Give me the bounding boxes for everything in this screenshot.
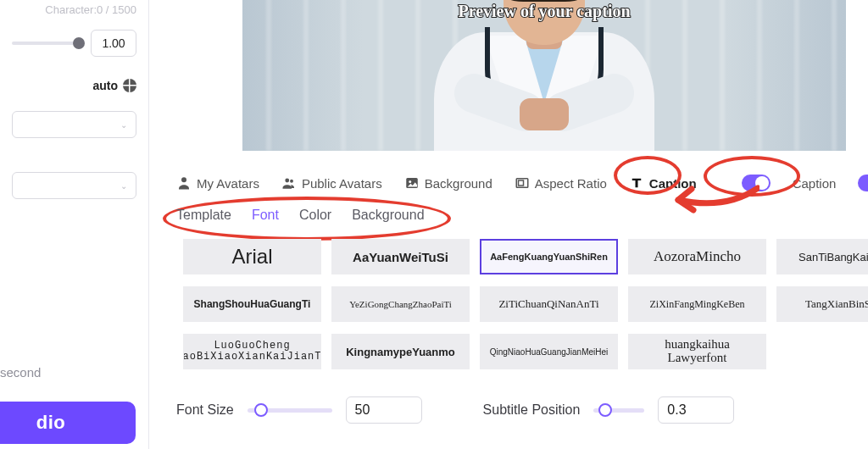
- main-area: Preview of your caption My Avatars Publi…: [149, 0, 868, 449]
- caption-subtabs: Template Font Color Background: [176, 208, 425, 223]
- caption-preview-text: Preview of your caption: [242, 2, 846, 21]
- left-settings-panel: Character:0 / 1500 1.00 auto ⌄ ⌄ second …: [0, 0, 149, 449]
- primary-action-button[interactable]: dio: [0, 402, 136, 444]
- aspect-ratio-icon: [515, 175, 530, 191]
- auto-label: auto: [92, 79, 118, 92]
- subtitle-position-slider[interactable]: [593, 408, 644, 413]
- caption-toggle[interactable]: [742, 175, 771, 191]
- tab-background[interactable]: Background: [352, 208, 424, 223]
- globe-icon[interactable]: [123, 79, 136, 92]
- tab-font[interactable]: Font: [252, 208, 279, 223]
- dropdown-2[interactable]: ⌄: [12, 172, 136, 199]
- font-card[interactable]: KingnamypeYuanmo: [331, 334, 470, 369]
- avatar-preview-figure: [417, 0, 671, 151]
- font-card[interactable]: Arial: [183, 239, 321, 274]
- dropdown-1[interactable]: ⌄: [12, 111, 136, 138]
- toolbar-label: Aspect Ratio: [535, 176, 607, 191]
- font-card[interactable]: QingNiaoHuaGuangJianMeiHei: [480, 334, 618, 369]
- toolbar-aspect-ratio[interactable]: Aspect Ratio: [515, 175, 607, 191]
- subtitle-position-input[interactable]: 0.3: [658, 396, 734, 424]
- toolbar-label: Caption: [649, 176, 697, 191]
- svg-point-2: [290, 180, 293, 183]
- font-grid: Arial AaYuanWeiTuSi AaFengKuangYuanShiRe…: [183, 239, 868, 369]
- font-card[interactable]: TangXianBinS: [776, 286, 868, 322]
- font-size-input[interactable]: 50: [346, 396, 422, 424]
- font-card-line1: huangkaihua: [665, 338, 730, 352]
- auto-row: auto: [12, 79, 136, 92]
- toolbar-label: Background: [425, 176, 492, 191]
- font-card[interactable]: YeZiGongChangZhaoPaiTi: [331, 286, 470, 322]
- subtitle-position-label: Subtitle Position: [483, 402, 581, 418]
- font-card-selected[interactable]: AaFengKuangYuanShiRen: [480, 239, 618, 274]
- value-slider-row: 1.00: [12, 30, 136, 57]
- caption-toggle-label: Caption: [793, 176, 837, 191]
- toolbar-label: My Avatars: [197, 176, 259, 191]
- toolbar-caption[interactable]: Caption: [629, 175, 697, 191]
- font-card-line2: MaoBiXiaoXianKaiJianTi: [183, 352, 321, 363]
- font-card[interactable]: AaYuanWeiTuSi: [331, 239, 470, 274]
- chevron-down-icon: ⌄: [120, 181, 127, 191]
- svg-point-1: [285, 179, 289, 183]
- font-size-slider[interactable]: [248, 408, 332, 413]
- toolbar-public-avatars[interactable]: Public Avatars: [281, 175, 382, 191]
- caption-preview: Preview of your caption: [242, 0, 846, 151]
- character-counter: Character:0 / 1500: [12, 3, 136, 25]
- section-toolbar: My Avatars Public Avatars Background Asp…: [176, 168, 868, 198]
- value-number-input[interactable]: 1.00: [91, 30, 136, 57]
- image-icon: [404, 175, 420, 191]
- svg-point-4: [409, 180, 411, 183]
- value-slider[interactable]: [12, 42, 84, 45]
- primary-action-label: dio: [36, 412, 66, 434]
- toolbar-background[interactable]: Background: [404, 175, 492, 191]
- people-icon: [281, 175, 297, 191]
- font-size-label: Font Size: [176, 402, 234, 418]
- caption-controls-row: Font Size 50 Subtitle Position 0.3: [176, 396, 868, 424]
- allow-toggle[interactable]: [858, 175, 868, 191]
- font-card[interactable]: AozoraMincho: [628, 239, 766, 274]
- second-label: second: [0, 365, 148, 380]
- svg-point-0: [181, 177, 186, 182]
- person-icon: [176, 175, 192, 191]
- tab-template[interactable]: Template: [176, 208, 231, 223]
- font-card[interactable]: ShangShouHuaGuangTi: [183, 286, 321, 322]
- font-card[interactable]: huangkaihua Lawyerfont: [628, 334, 766, 369]
- font-card[interactable]: ZiTiChuanQiNanAnTi: [480, 286, 618, 322]
- chevron-down-icon: ⌄: [120, 120, 127, 130]
- font-card[interactable]: ZiXinFangMingKeBen: [628, 286, 766, 322]
- text-icon: [629, 175, 644, 191]
- font-card[interactable]: LuoGuoCheng MaoBiXiaoXianKaiJianTi: [183, 334, 321, 369]
- svg-rect-6: [518, 180, 523, 186]
- toolbar-my-avatars[interactable]: My Avatars: [176, 175, 259, 191]
- font-card[interactable]: SanTiBangKaiTi: [776, 239, 868, 274]
- toolbar-label: Public Avatars: [302, 176, 382, 191]
- font-card-line2: Lawyerfont: [668, 352, 727, 365]
- tab-color[interactable]: Color: [299, 208, 331, 223]
